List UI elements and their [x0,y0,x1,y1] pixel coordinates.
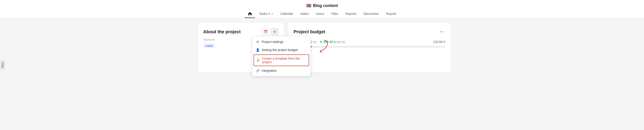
budget-remaining-pct: (88 %) [336,40,345,44]
help-sidebar[interactable]: Help [0,60,6,70]
budget-edit-button[interactable]: ✏ [438,28,445,35]
budget-total: 120:00 h [433,40,446,44]
tab-tasks[interactable]: Tasks ⊞ ∨ [256,10,276,18]
tab-notes[interactable]: Notes [298,10,312,18]
dropdown-item-integration[interactable]: 🔗 Integration [252,66,310,75]
dropdown-item-project-settings[interactable]: ⚙ Project settings [252,38,310,46]
tab-calendar[interactable]: Calendar [277,10,296,18]
about-card-icons: 📅 ⚙ [262,28,278,35]
tab-reports[interactable]: Reports [342,10,360,18]
tab-files[interactable]: Files [328,10,342,18]
gear-icon: ⚙ [273,30,276,34]
calendar-icon: 📅 [264,30,268,34]
person-icon: 👤 [256,48,260,52]
topbar: 🇬🇧 Blog content Tasks ⊞ ∨ Calendar Notes… [0,0,644,18]
tab-discussion[interactable]: Discussion [360,10,382,18]
budget-card-header: Project budget ✏ [294,28,445,35]
tab-raynet[interactable]: Raynet [383,10,399,18]
about-project-card: About the project 📅 ⚙ You're th marke ⚙ … [198,23,284,72]
page-title: 🇬🇧 Blog content [306,0,338,9]
main-content: About the project 📅 ⚙ You're th marke ⚙ … [186,18,458,77]
list-icon: ☰ [256,59,260,62]
flag-icon: 🇬🇧 [306,3,311,8]
pencil-icon: ✏ [440,30,443,34]
dropdown-item-create-template[interactable]: ☰ Create a template from the project [254,55,309,66]
integration-icon: 🔗 [256,69,260,72]
budget-card: Project budget ✏ 14:30 h (12 %) ▼ 105:30… [288,23,451,72]
tasks-grid-icon: ⊞ ∨ [268,12,273,15]
settings-circle-icon: ⚙ [256,40,260,44]
nav-tabs: Tasks ⊞ ∨ Calendar Notes Users Files Rep… [241,9,403,18]
about-tag: marke [203,44,215,48]
settings-button[interactable]: ⚙ [271,28,278,35]
about-project-title: About the project [203,29,241,34]
calendar-button[interactable]: 📅 [262,28,269,35]
dropdown-item-project-budget[interactable]: 👤 Setting the project budget [252,46,310,54]
budget-remaining: ▼ 105:30 h (88 %) [319,40,345,44]
help-sidebar-label: Help [1,62,4,68]
budget-row: 14:30 h (12 %) ▼ 105:30 h (88 %) 120:00 … [294,40,445,44]
tab-home[interactable] [245,9,255,18]
home-icon [248,12,252,16]
card-about-header: About the project 📅 ⚙ [203,28,278,35]
triangle-down-icon: ▼ [319,40,322,44]
budget-progress-bar [294,46,445,48]
tab-users[interactable]: Users [313,10,328,18]
dropdown-menu: ⚙ Project settings 👤 Setting the project… [252,36,311,76]
budget-card-title: Project budget [294,29,325,34]
